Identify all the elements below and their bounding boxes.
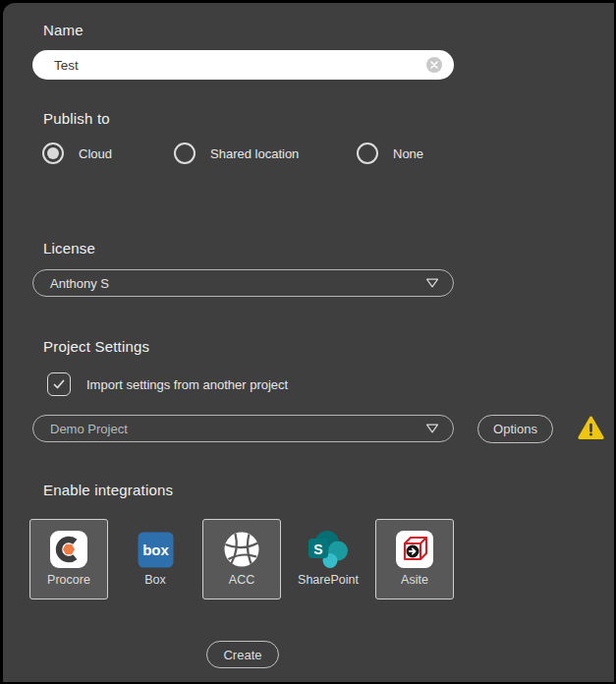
create-project-dialog: Name Publish to Cloud Shared location No… [3, 3, 614, 682]
radio-circle-icon [357, 142, 378, 164]
create-button[interactable]: Create [206, 641, 279, 668]
radio-shared-location[interactable]: Shared location [174, 140, 299, 167]
svg-text:box: box [142, 542, 169, 558]
publish-to-label: Publish to [43, 110, 110, 127]
license-label: License [43, 240, 95, 256]
integration-tile-procore[interactable]: Procore [29, 519, 108, 599]
integration-tile-sharepoint[interactable]: S SharePoint [289, 519, 367, 599]
asite-icon [394, 529, 435, 570]
enable-integrations-label: Enable integrations [43, 482, 173, 498]
radio-cloud[interactable]: Cloud [42, 140, 112, 167]
radio-cloud-label: Cloud [79, 146, 112, 161]
license-dropdown[interactable]: Anthony S [32, 269, 454, 297]
clear-name-icon[interactable] [426, 57, 442, 73]
import-settings-checkbox[interactable] [47, 372, 71, 396]
integration-label-acc: ACC [229, 573, 254, 587]
procore-icon [48, 529, 89, 570]
radio-none-label: None [393, 146, 423, 161]
integration-label-box: Box [144, 573, 166, 587]
source-project-dropdown[interactable]: Demo Project [32, 415, 454, 442]
import-settings-label: Import settings from another project [86, 377, 288, 392]
publish-radio-group: Cloud Shared location None [32, 140, 454, 167]
radio-circle-icon [42, 142, 64, 164]
project-settings-label: Project Settings [43, 338, 149, 355]
radio-none[interactable]: None [357, 140, 423, 167]
integration-label-sharepoint: SharePoint [298, 573, 359, 587]
integration-tile-acc[interactable]: ACC [202, 519, 281, 599]
import-settings-checkbox-row: Import settings from another project [47, 372, 288, 396]
name-label: Name [43, 22, 84, 38]
checkmark-icon [52, 377, 66, 391]
source-project-value: Demo Project [50, 422, 425, 436]
integration-label-procore: Procore [47, 573, 90, 587]
radio-circle-icon [174, 142, 196, 164]
box-icon: box [135, 529, 176, 570]
acc-globe-icon [221, 529, 262, 570]
name-input[interactable] [54, 58, 426, 73]
integrations-row: Procore box Box ACC [29, 519, 457, 601]
sharepoint-icon: S [308, 529, 349, 570]
chevron-down-icon [425, 278, 439, 288]
svg-text:S: S [313, 542, 322, 557]
license-dropdown-value: Anthony S [50, 276, 425, 291]
radio-shared-location-label: Shared location [210, 146, 299, 161]
integration-label-asite: Asite [401, 573, 428, 587]
warning-icon [578, 416, 604, 440]
integration-tile-box[interactable]: box Box [116, 519, 195, 599]
integration-tile-asite[interactable]: Asite [375, 519, 454, 599]
chevron-down-icon [425, 424, 439, 433]
name-input-container [32, 50, 454, 80]
options-button[interactable]: Options [477, 415, 553, 443]
